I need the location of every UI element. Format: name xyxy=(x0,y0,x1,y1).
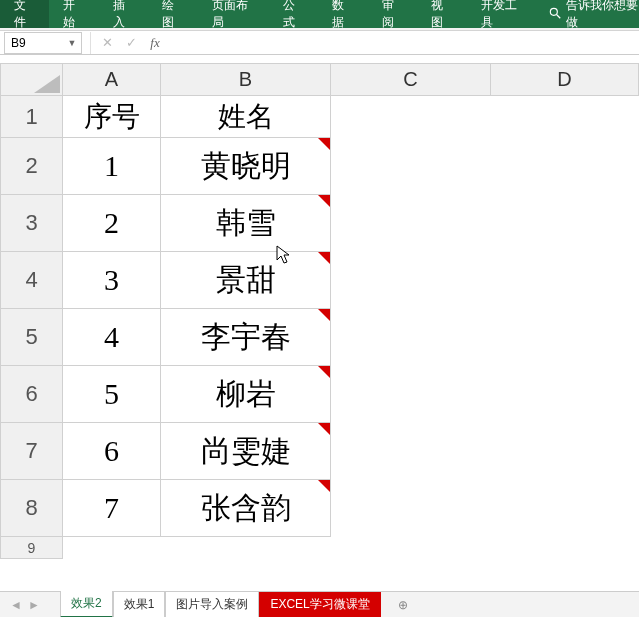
cell-C1[interactable] xyxy=(331,96,491,138)
cell-B8[interactable]: 张含韵 xyxy=(161,480,331,537)
cell-C6[interactable] xyxy=(331,366,491,423)
cell-B7[interactable]: 尚雯婕 xyxy=(161,423,331,480)
row-header-1[interactable]: 1 xyxy=(1,96,63,138)
cell-A7[interactable]: 6 xyxy=(63,423,161,480)
formula-bar: ▼ ✕ ✓ fx xyxy=(0,31,639,55)
plus-icon: ⊕ xyxy=(398,598,408,612)
row-5: 5 4 李宇春 xyxy=(1,309,639,366)
row-header-4[interactable]: 4 xyxy=(1,252,63,309)
name-box-dropdown-icon[interactable]: ▼ xyxy=(65,38,79,48)
row-3: 3 2 韩雪 xyxy=(1,195,639,252)
formula-bar-separator xyxy=(90,32,91,54)
ribbon-tab-home[interactable]: 开始 xyxy=(49,0,98,28)
cell-D3[interactable] xyxy=(491,195,639,252)
svg-point-0 xyxy=(550,8,557,15)
ribbon-tab-insert[interactable]: 插入 xyxy=(99,0,148,28)
enter-formula-button[interactable]: ✓ xyxy=(119,32,143,54)
ribbon-tab-draw[interactable]: 绘图 xyxy=(148,0,197,28)
check-icon: ✓ xyxy=(126,35,137,50)
svg-line-1 xyxy=(557,14,561,18)
sheet-nav: ◄ ► xyxy=(10,598,40,612)
cell-A6[interactable]: 5 xyxy=(63,366,161,423)
cell-B5[interactable]: 李宇春 xyxy=(161,309,331,366)
row-8: 8 7 张含韵 xyxy=(1,480,639,537)
cell-A9[interactable] xyxy=(63,537,161,559)
cell-A4[interactable]: 3 xyxy=(63,252,161,309)
cell-B9[interactable] xyxy=(161,537,331,559)
ribbon-tab-formulas[interactable]: 公式 xyxy=(269,0,318,28)
name-box-input[interactable] xyxy=(5,36,65,50)
tell-me-search[interactable]: 告诉我你想要做 xyxy=(538,0,639,31)
cell-C9[interactable] xyxy=(331,537,491,559)
cell-A8[interactable]: 7 xyxy=(63,480,161,537)
sheet-tab-2[interactable]: 图片导入案例 xyxy=(165,592,259,618)
search-icon xyxy=(548,6,562,23)
sheet-tab-3[interactable]: EXCEL学习微课堂 xyxy=(259,592,380,618)
x-icon: ✕ xyxy=(102,35,113,50)
ribbon-tab-developer[interactable]: 开发工具 xyxy=(467,0,538,28)
row-6: 6 5 柳岩 xyxy=(1,366,639,423)
cell-B1[interactable]: 姓名 xyxy=(161,96,331,138)
row-header-7[interactable]: 7 xyxy=(1,423,63,480)
formula-input[interactable] xyxy=(167,32,639,54)
cell-D8[interactable] xyxy=(491,480,639,537)
cell-D7[interactable] xyxy=(491,423,639,480)
insert-function-button[interactable]: fx xyxy=(143,32,167,54)
row-2: 2 1 黄晓明 xyxy=(1,138,639,195)
row-1: 1 序号 姓名 xyxy=(1,96,639,138)
ribbon-bar: 文件 开始 插入 绘图 页面布局 公式 数据 审阅 视图 开发工具 告诉我你想要… xyxy=(0,0,639,28)
fx-icon: fx xyxy=(150,35,159,51)
cell-C8[interactable] xyxy=(331,480,491,537)
cell-B3[interactable]: 韩雪 xyxy=(161,195,331,252)
add-sheet-button[interactable]: ⊕ xyxy=(391,598,415,612)
ribbon-tab-page-layout[interactable]: 页面布局 xyxy=(198,0,269,28)
cell-D6[interactable] xyxy=(491,366,639,423)
tell-me-label: 告诉我你想要做 xyxy=(566,0,639,31)
sheet-nav-prev-icon[interactable]: ◄ xyxy=(10,598,22,612)
cell-D5[interactable] xyxy=(491,309,639,366)
cell-A3[interactable]: 2 xyxy=(63,195,161,252)
select-all-corner[interactable] xyxy=(1,64,63,96)
cell-B4[interactable]: 景甜 xyxy=(161,252,331,309)
ribbon-tab-view[interactable]: 视图 xyxy=(417,0,466,28)
row-7: 7 6 尚雯婕 xyxy=(1,423,639,480)
row-header-3[interactable]: 3 xyxy=(1,195,63,252)
column-header-B[interactable]: B xyxy=(161,64,331,96)
row-9: 9 xyxy=(1,537,639,559)
sheet-tab-0[interactable]: 效果2 xyxy=(60,591,113,617)
ribbon-tab-data[interactable]: 数据 xyxy=(318,0,367,28)
cell-C4[interactable] xyxy=(331,252,491,309)
row-header-8[interactable]: 8 xyxy=(1,480,63,537)
cell-A1[interactable]: 序号 xyxy=(63,96,161,138)
name-box[interactable]: ▼ xyxy=(4,32,82,54)
row-header-5[interactable]: 5 xyxy=(1,309,63,366)
cell-A2[interactable]: 1 xyxy=(63,138,161,195)
cell-C3[interactable] xyxy=(331,195,491,252)
cell-C5[interactable] xyxy=(331,309,491,366)
cell-A5[interactable]: 4 xyxy=(63,309,161,366)
cell-B6[interactable]: 柳岩 xyxy=(161,366,331,423)
worksheet-grid[interactable]: A B C D 1 序号 姓名 2 1 黄晓明 3 xyxy=(0,63,639,559)
column-header-row: A B C D xyxy=(1,64,639,96)
cell-C2[interactable] xyxy=(331,138,491,195)
column-header-A[interactable]: A xyxy=(63,64,161,96)
sheet-tab-1[interactable]: 效果1 xyxy=(113,592,166,618)
cell-B2[interactable]: 黄晓明 xyxy=(161,138,331,195)
row-4: 4 3 景甜 xyxy=(1,252,639,309)
ribbon-tab-file[interactable]: 文件 xyxy=(0,0,49,28)
ribbon-tab-review[interactable]: 审阅 xyxy=(368,0,417,28)
cell-D2[interactable] xyxy=(491,138,639,195)
cell-D1[interactable] xyxy=(491,96,639,138)
column-header-C[interactable]: C xyxy=(331,64,491,96)
cell-D9[interactable] xyxy=(491,537,639,559)
row-header-2[interactable]: 2 xyxy=(1,138,63,195)
row-header-9[interactable]: 9 xyxy=(1,537,63,559)
cell-C7[interactable] xyxy=(331,423,491,480)
cancel-formula-button[interactable]: ✕ xyxy=(95,32,119,54)
row-header-6[interactable]: 6 xyxy=(1,366,63,423)
cell-D4[interactable] xyxy=(491,252,639,309)
sheet-tabs-bar: ◄ ► 效果2 效果1 图片导入案例 EXCEL学习微课堂 ⊕ xyxy=(0,591,639,617)
sheet-nav-next-icon[interactable]: ► xyxy=(28,598,40,612)
column-header-D[interactable]: D xyxy=(491,64,639,96)
